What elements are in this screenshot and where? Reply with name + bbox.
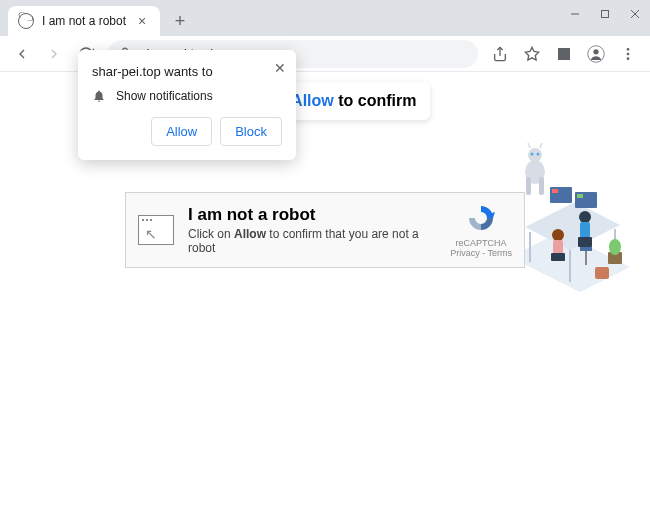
permission-request-label: Show notifications xyxy=(116,89,213,103)
svg-marker-5 xyxy=(525,47,538,60)
svg-rect-34 xyxy=(551,253,565,261)
back-button[interactable] xyxy=(8,40,36,68)
window-controls xyxy=(560,0,650,28)
svg-point-22 xyxy=(528,148,542,162)
svg-point-36 xyxy=(609,239,621,255)
browser-tab[interactable]: I am not a robot × xyxy=(8,6,160,36)
permission-request-row: Show notifications xyxy=(92,89,282,103)
svg-rect-37 xyxy=(595,267,609,279)
svg-point-10 xyxy=(627,52,630,55)
svg-point-8 xyxy=(593,49,598,54)
recaptcha-brand: reCAPTCHA xyxy=(450,238,512,248)
svg-line-26 xyxy=(540,143,542,148)
minimize-button[interactable] xyxy=(560,0,590,28)
new-tab-button[interactable]: + xyxy=(166,7,194,35)
notification-permission-dialog: ✕ shar-pei.top wants to Show notificatio… xyxy=(78,50,296,160)
svg-line-25 xyxy=(528,143,530,148)
globe-icon xyxy=(18,13,34,29)
svg-rect-27 xyxy=(526,177,531,195)
recaptcha-icon xyxy=(465,202,497,234)
maximize-button[interactable] xyxy=(590,0,620,28)
svg-point-9 xyxy=(627,48,630,51)
forward-button[interactable] xyxy=(40,40,68,68)
share-icon[interactable] xyxy=(486,40,514,68)
svg-rect-20 xyxy=(577,194,583,198)
svg-rect-31 xyxy=(578,237,592,247)
profile-icon[interactable] xyxy=(582,40,610,68)
close-tab-icon[interactable]: × xyxy=(134,13,150,29)
recaptcha-legal[interactable]: Privacy - Terms xyxy=(450,248,512,258)
svg-rect-33 xyxy=(553,240,563,254)
close-dialog-icon[interactable]: ✕ xyxy=(274,60,286,76)
captcha-box: I am not a robot Click on Allow to confi… xyxy=(125,192,525,268)
banner-suffix: to confirm xyxy=(334,92,417,109)
bookmark-icon[interactable] xyxy=(518,40,546,68)
banner-highlight: Allow xyxy=(291,92,334,109)
menu-icon[interactable] xyxy=(614,40,642,68)
titlebar: I am not a robot × + xyxy=(0,0,650,36)
block-button[interactable]: Block xyxy=(220,117,282,146)
svg-rect-38 xyxy=(580,247,592,251)
svg-rect-30 xyxy=(580,222,590,238)
svg-rect-6 xyxy=(558,48,570,60)
extensions-icon[interactable] xyxy=(550,40,578,68)
svg-point-32 xyxy=(552,229,564,241)
svg-point-23 xyxy=(531,153,534,156)
permission-site-text: shar-pei.top wants to xyxy=(92,64,282,79)
captcha-subtitle: Click on Allow to confirm that you are n… xyxy=(188,227,436,255)
tab-title: I am not a robot xyxy=(42,14,126,28)
svg-rect-1 xyxy=(602,11,609,18)
captcha-title: I am not a robot xyxy=(188,205,436,225)
svg-point-24 xyxy=(537,153,540,156)
window-cursor-icon xyxy=(138,215,174,245)
allow-button[interactable]: Allow xyxy=(151,117,212,146)
svg-point-29 xyxy=(579,211,591,223)
recaptcha-badge: reCAPTCHA Privacy - Terms xyxy=(450,202,512,258)
bell-icon xyxy=(92,89,106,103)
svg-rect-19 xyxy=(552,189,558,193)
svg-rect-28 xyxy=(539,177,544,195)
svg-point-11 xyxy=(627,57,630,60)
close-window-button[interactable] xyxy=(620,0,650,28)
